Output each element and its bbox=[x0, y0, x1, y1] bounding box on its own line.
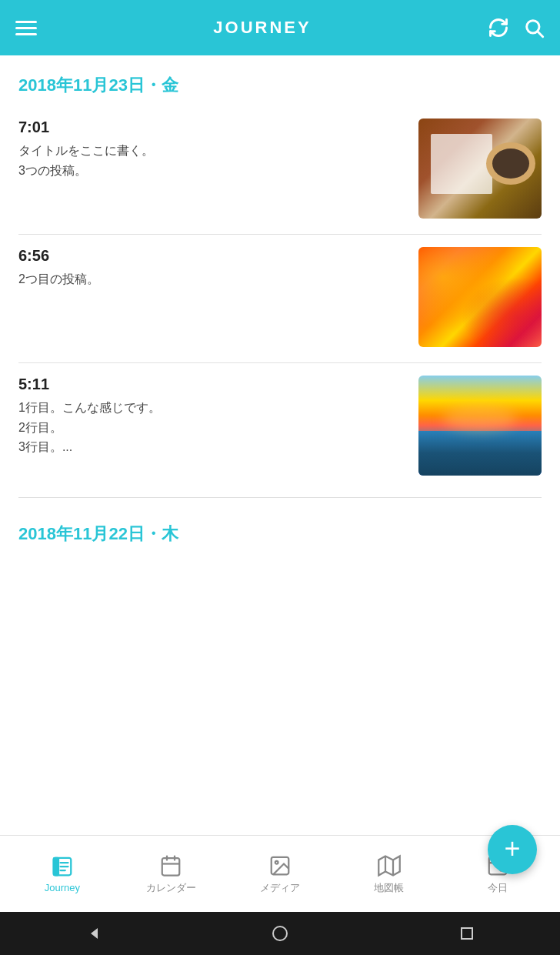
nav-item-calendar[interactable]: カレンダー bbox=[136, 853, 205, 895]
nav-label-calendar: カレンダー bbox=[146, 881, 196, 895]
main-content: 2018年11月23日・金 7:01 タイトルをここに書く。 3つの投稿。 6:… bbox=[0, 55, 560, 835]
entry-1-thumbnail bbox=[418, 119, 542, 219]
entry-2-thumbnail bbox=[418, 247, 542, 347]
header-icons bbox=[488, 17, 545, 38]
atlas-nav-icon bbox=[377, 853, 402, 878]
app-title: JOURNEY bbox=[37, 18, 488, 38]
svg-marker-13 bbox=[378, 856, 400, 875]
entry-1-time: 7:01 bbox=[18, 119, 406, 136]
add-icon: + bbox=[504, 835, 520, 863]
entry-1-line1: タイトルをここに書く。 bbox=[18, 144, 154, 157]
nav-item-atlas[interactable]: 地図帳 bbox=[355, 853, 424, 895]
entry-1-line2: 3つの投稿。 bbox=[18, 164, 87, 177]
android-nav-bar bbox=[0, 912, 560, 955]
bottom-spacer bbox=[18, 555, 542, 616]
entry-1-content: 7:01 タイトルをここに書く。 3つの投稿。 bbox=[18, 119, 418, 180]
entry-3-time: 5:11 bbox=[18, 376, 406, 393]
entry-3-text: 1行目。こんな感じです。 2行目。 3行目。... bbox=[18, 398, 406, 457]
svg-rect-3 bbox=[54, 858, 58, 876]
svg-rect-21 bbox=[462, 928, 472, 939]
entry-1-text: タイトルをここに書く。 3つの投稿。 bbox=[18, 141, 406, 180]
entry-2-content: 6:56 2つ目の投稿。 bbox=[18, 247, 418, 289]
entry-3-image bbox=[418, 376, 542, 476]
journal-icon bbox=[51, 855, 74, 878]
media-icon bbox=[268, 854, 292, 877]
nav-label-journey: Journey bbox=[45, 882, 80, 893]
entry-3-line1: 1行目。こんな感じです。 bbox=[18, 401, 161, 414]
svg-point-20 bbox=[273, 927, 287, 940]
svg-rect-7 bbox=[162, 858, 180, 876]
app-header: JOURNEY bbox=[0, 0, 560, 55]
calendar-icon bbox=[159, 854, 182, 877]
svg-line-1 bbox=[538, 32, 542, 36]
entry-1-image bbox=[418, 119, 542, 219]
svg-point-12 bbox=[275, 860, 278, 863]
nav-item-journey[interactable]: Journey bbox=[28, 854, 97, 893]
calendar-nav-icon bbox=[158, 853, 183, 878]
svg-marker-19 bbox=[91, 928, 98, 939]
search-icon bbox=[523, 17, 545, 38]
nav-item-media[interactable]: メディア bbox=[245, 853, 315, 895]
entry-3-line2: 2行目。 bbox=[18, 421, 62, 434]
entry-1[interactable]: 7:01 タイトルをここに書く。 3つの投稿。 bbox=[18, 106, 542, 235]
date-header-2: 2018年11月22日・木 bbox=[18, 504, 542, 555]
entry-2-text: 2つ目の投稿。 bbox=[18, 269, 406, 289]
nav-label-today: 今日 bbox=[488, 881, 508, 895]
android-home-button[interactable] bbox=[271, 924, 289, 943]
menu-button[interactable] bbox=[15, 21, 37, 35]
bottom-nav: Journey カレンダー メディア bbox=[0, 835, 560, 912]
refresh-icon bbox=[488, 17, 509, 38]
date-header-1: 2018年11月23日・金 bbox=[18, 55, 542, 106]
entry-2-time: 6:56 bbox=[18, 247, 406, 265]
entry-3-content: 5:11 1行目。こんな感じです。 2行目。 3行目。... bbox=[18, 376, 418, 457]
journey-nav-icon bbox=[50, 854, 75, 879]
nav-label-atlas: 地図帳 bbox=[374, 881, 404, 895]
map-icon bbox=[378, 854, 401, 877]
recent-apps-icon bbox=[458, 924, 476, 943]
nav-label-media: メディア bbox=[260, 881, 300, 895]
entry-2-line1: 2つ目の投稿。 bbox=[18, 272, 99, 285]
add-entry-button[interactable]: + bbox=[488, 825, 537, 874]
android-recent-button[interactable] bbox=[458, 924, 476, 943]
entry-2-image bbox=[418, 247, 542, 347]
entry-3-thumbnail bbox=[418, 376, 542, 476]
search-button[interactable] bbox=[523, 17, 545, 38]
home-circle-icon bbox=[271, 924, 289, 943]
entry-3[interactable]: 5:11 1行目。こんな感じです。 2行目。 3行目。... bbox=[18, 363, 542, 491]
entry-3-line3: 3行目。... bbox=[18, 440, 72, 453]
android-back-button[interactable] bbox=[84, 924, 102, 943]
entry-2[interactable]: 6:56 2つ目の投稿。 bbox=[18, 235, 542, 363]
refresh-button[interactable] bbox=[488, 17, 509, 38]
back-icon bbox=[84, 924, 102, 943]
media-nav-icon bbox=[268, 853, 292, 878]
section-divider bbox=[18, 497, 542, 498]
